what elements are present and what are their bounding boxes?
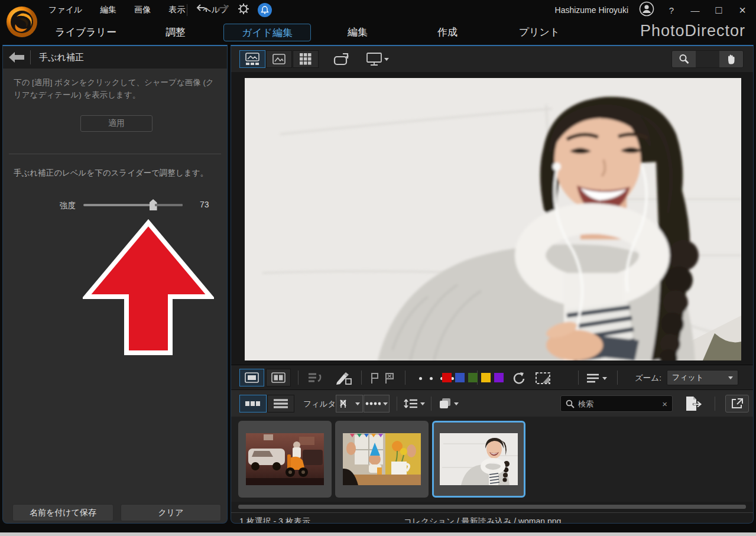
- stack-photos-dropdown[interactable]: [436, 395, 462, 412]
- show-one-view-button[interactable]: [239, 369, 264, 386]
- color-label-blue[interactable]: [455, 373, 465, 382]
- filter-by-label-dropdown[interactable]: [364, 395, 390, 412]
- color-label-yellow[interactable]: [481, 373, 491, 382]
- zoom-label: ズーム:: [635, 373, 661, 384]
- apply-button[interactable]: 適用: [80, 115, 153, 132]
- strength-slider-row: 強度 73: [3, 199, 227, 212]
- color-label-red[interactable]: [442, 373, 452, 382]
- thumbnail-night-scooter[interactable]: [238, 421, 332, 498]
- tab-library[interactable]: ライブラリー: [47, 24, 124, 41]
- thumbnail-view-button[interactable]: [239, 395, 267, 412]
- menu-view[interactable]: 表示: [168, 5, 185, 15]
- search-input[interactable]: [578, 399, 658, 408]
- user-avatar-icon[interactable]: [639, 1, 654, 19]
- rotate-canvas-icon[interactable]: [330, 50, 354, 68]
- filmstrip: [231, 417, 753, 502]
- rotate-left-icon[interactable]: [508, 369, 529, 387]
- list-view-button[interactable]: [267, 395, 294, 412]
- slider-value: 73: [200, 200, 209, 209]
- tab-adjust[interactable]: 調整: [137, 24, 214, 41]
- zoom-level-dropdown[interactable]: フィット: [667, 370, 738, 385]
- photodirector-logo-icon: [5, 5, 39, 39]
- search-box[interactable]: ×: [560, 395, 673, 412]
- panel-title: 手ぶれ補正: [31, 52, 84, 63]
- photo-viewer: [231, 72, 753, 365]
- strength-slider[interactable]: [83, 204, 183, 206]
- tab-print[interactable]: プリント: [499, 24, 579, 41]
- redo-icon[interactable]: [216, 3, 229, 17]
- adjustment-pencil-icon[interactable]: [333, 369, 355, 387]
- undo-icon[interactable]: [195, 3, 208, 17]
- mode-tabbar: ライブラリー 調整 ガイド編集 編集 作成 プリント PhotoDirector: [0, 20, 756, 45]
- titlebar: ファイル 編集 画像 表示 ヘルプ Hashizume Hiroyuki: [0, 0, 756, 20]
- zoom-tool-button[interactable]: [672, 51, 696, 67]
- minimize-button[interactable]: —: [689, 5, 702, 15]
- save-as-button[interactable]: 名前を付けて保存: [12, 504, 113, 521]
- filter-by-flag-dropdown[interactable]: [336, 395, 363, 412]
- secondary-monitor-icon[interactable]: [364, 50, 392, 68]
- photodirector-window: ファイル 編集 画像 表示 ヘルプ Hashizume Hiroyuki: [0, 0, 756, 536]
- view-mode-browser-button[interactable]: [239, 50, 265, 68]
- slider-thumb[interactable]: [150, 199, 157, 210]
- crop-rotate-icon[interactable]: [531, 369, 555, 387]
- filmstrip-toolbar: フィルター: ×: [231, 389, 753, 417]
- panel-header: 手ぶれ補正: [3, 46, 227, 69]
- close-button[interactable]: ×: [736, 4, 749, 17]
- flag-pick-reject-icons[interactable]: [368, 369, 398, 387]
- viewer-toolbar: [231, 46, 753, 72]
- status-bar: 1 枚選択 - 3 枚表示 コレクション / 最新読み込み / woman.pn…: [231, 515, 753, 524]
- info-list-dropdown-icon[interactable]: [585, 369, 609, 387]
- zoom-level-value: フィット: [672, 372, 703, 383]
- hand-pan-button[interactable]: [719, 51, 743, 67]
- panel-divider: [9, 154, 221, 154]
- selection-count: 1 枚選択 - 3 枚表示: [239, 516, 310, 524]
- menu-image[interactable]: 画像: [134, 5, 151, 15]
- history-icon[interactable]: [306, 369, 326, 387]
- search-clear-icon[interactable]: ×: [662, 399, 667, 409]
- back-arrow-icon[interactable]: [3, 52, 30, 63]
- tab-edit[interactable]: 編集: [319, 24, 396, 41]
- tab-create[interactable]: 作成: [409, 24, 486, 41]
- menu-file[interactable]: ファイル: [48, 5, 82, 15]
- titlebar-separator: [187, 4, 187, 16]
- photo-breadcrumb: コレクション / 最新読み込み / woman.png: [404, 516, 561, 524]
- filmstrip-scrollbar[interactable]: [238, 505, 746, 509]
- thumbnail-woman-selected[interactable]: [432, 421, 525, 498]
- maximize-button[interactable]: □: [712, 4, 725, 17]
- color-label-purple[interactable]: [494, 373, 504, 382]
- zoom-pan-group: [671, 50, 744, 68]
- export-photo-icon[interactable]: [680, 395, 708, 412]
- photo-woman[interactable]: [245, 78, 741, 360]
- search-icon: [566, 399, 575, 408]
- user-name[interactable]: Hashizume Hiroyuki: [555, 5, 628, 15]
- app-wordmark: PhotoDirector: [640, 22, 745, 40]
- panel-description: 下の [適用] ボタンをクリックして、シャープな画像 (クリアなディテール) を…: [14, 77, 219, 102]
- clear-button[interactable]: クリア: [121, 504, 221, 521]
- slider-hint: 手ぶれ補正のレベルを下のスライダーで調整します。: [14, 168, 219, 178]
- main-area: ズーム: フィット フィルター:: [231, 45, 754, 524]
- red-up-arrow-annotation: [83, 219, 214, 359]
- notifications-bell-icon[interactable]: [258, 3, 272, 17]
- view-mode-grid-button[interactable]: [293, 50, 319, 68]
- thumbnail-birthday[interactable]: [335, 421, 429, 498]
- view-mode-single-button[interactable]: [266, 50, 292, 68]
- open-in-editor-icon[interactable]: [725, 395, 749, 412]
- os-taskbar-edge: [0, 532, 756, 536]
- slider-label: 強度: [60, 200, 76, 211]
- tab-guided-edit[interactable]: ガイド編集: [223, 24, 311, 41]
- menu-edit[interactable]: 編集: [100, 5, 116, 15]
- help-button[interactable]: ?: [665, 5, 678, 15]
- viewer-lower-toolbar: ズーム: フィット: [231, 365, 753, 389]
- settings-gear-icon[interactable]: [238, 3, 249, 17]
- compare-view-button[interactable]: [266, 369, 291, 386]
- color-label-green[interactable]: [468, 373, 478, 382]
- guided-edit-panel: 手ぶれ補正 下の [適用] ボタンをクリックして、シャープな画像 (クリアなディ…: [2, 45, 228, 524]
- scrollbar-track-line: [231, 512, 753, 513]
- sort-order-dropdown[interactable]: [401, 395, 427, 412]
